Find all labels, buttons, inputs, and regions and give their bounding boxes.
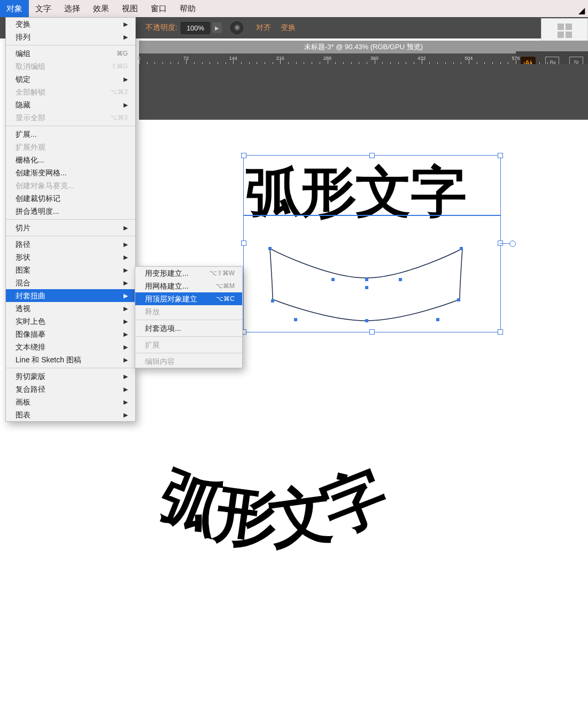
menu-item[interactable]: 栅格化... [6, 153, 135, 166]
submenu-caret-icon: ▶ [123, 19, 128, 29]
artboard-text[interactable]: 弧形文字 [245, 156, 466, 229]
path-anchor[interactable] [365, 278, 368, 281]
path-anchor[interactable] [365, 319, 368, 322]
menu-effect[interactable]: 效果 [87, 0, 115, 17]
menu-item: 取消编组⇧⌘G [6, 60, 135, 73]
ruler-tick-label: 504 [465, 56, 473, 61]
submenu-item[interactable]: 用网格建立...⌥⌘M [135, 280, 242, 292]
grid-icon [558, 24, 572, 38]
result-warped-text: 弧形文字 [128, 465, 417, 593]
horizontal-ruler: 072144216288360432504576 [139, 53, 516, 64]
submenu-caret-icon: ▶ [123, 384, 128, 394]
submenu-caret-icon: ▶ [123, 354, 128, 365]
menu-item[interactable]: 透视▶ [6, 302, 135, 315]
menu-item[interactable]: 图表▶ [6, 408, 135, 421]
menu-item[interactable]: 路径▶ [6, 238, 135, 251]
path-anchor[interactable] [436, 318, 439, 321]
menu-item[interactable]: 创建渐变网格... [6, 166, 135, 179]
opacity-field[interactable]: 100% [181, 22, 210, 34]
menu-item[interactable]: 图像描摹▶ [6, 328, 135, 340]
submenu-caret-icon: ▶ [123, 252, 128, 262]
selection-handle[interactable] [498, 329, 503, 335]
menu-item[interactable]: 剪切蒙版▶ [6, 370, 135, 383]
envelope-distort-submenu: 用变形建立...⌥⇧⌘W用网格建立...⌥⌘M用顶层对象建立⌥⌘C释放封套选项.… [135, 266, 243, 368]
menu-item[interactable]: 图案▶ [6, 264, 135, 276]
menu-item[interactable]: 画板▶ [6, 396, 135, 408]
menu-item[interactable]: 锁定▶ [6, 73, 135, 86]
rotation-line [500, 243, 509, 244]
opacity-dropdown-icon[interactable]: ▶ [212, 22, 222, 33]
submenu-caret-icon: ▶ [123, 239, 128, 250]
submenu-item[interactable]: 封套选项... [135, 322, 242, 335]
menu-item[interactable]: 排列▶ [6, 30, 135, 43]
menu-item[interactable]: 文本绕排▶ [6, 340, 135, 353]
transform-link[interactable]: 变换 [281, 23, 296, 33]
envelope-shape[interactable] [267, 246, 470, 342]
submenu-item[interactable]: 用顶层对象建立⌥⌘C [135, 292, 242, 305]
menu-item[interactable]: 复合路径▶ [6, 383, 135, 396]
submenu-caret-icon: ▶ [123, 371, 128, 382]
menu-item[interactable]: 实时上色▶ [6, 315, 135, 328]
menu-item[interactable]: 变换▶ [6, 18, 135, 30]
submenu-caret-icon: ▶ [123, 342, 128, 352]
menu-item[interactable]: 扩展... [6, 128, 135, 141]
menu-select[interactable]: 选择 [58, 0, 87, 17]
menubar-right-caret-icon: ◢ [578, 5, 585, 16]
svg-text:弧形文字: 弧形文字 [150, 465, 396, 555]
menu-view[interactable]: 视图 [115, 0, 144, 17]
menu-item[interactable]: 创建裁切标记 [6, 192, 135, 205]
ruler-tick-label: 288 [323, 56, 331, 61]
path-anchor[interactable] [271, 299, 274, 303]
menu-object[interactable]: 对象 [0, 0, 29, 17]
workspace-switcher[interactable] [541, 18, 588, 43]
ruler-tick-label: 360 [370, 56, 378, 61]
submenu-caret-icon: ▶ [123, 290, 128, 301]
submenu-caret-icon: ▶ [123, 329, 128, 339]
path-anchor[interactable] [460, 247, 463, 250]
ruler-tick-label: 0 [137, 56, 140, 61]
submenu-caret-icon: ▶ [123, 222, 128, 233]
menu-item[interactable]: 隐藏▶ [6, 98, 135, 111]
path-anchor[interactable] [457, 298, 460, 301]
menu-item[interactable]: 拼合透明度... [6, 205, 135, 218]
path-center-point [365, 286, 368, 289]
submenu-caret-icon: ▶ [123, 265, 128, 275]
path-anchor[interactable] [399, 278, 402, 281]
submenu-item[interactable]: 用变形建立...⌥⇧⌘W [135, 267, 242, 280]
rotation-handle[interactable] [509, 241, 516, 247]
menu-item[interactable]: 编组⌘G [6, 47, 135, 60]
menu-item[interactable]: 切片▶ [6, 221, 135, 234]
ruler-tick-label: 144 [229, 56, 237, 61]
menu-type[interactable]: 文字 [29, 0, 58, 17]
menu-item[interactable]: 混合▶ [6, 276, 135, 289]
text-baseline [243, 215, 501, 216]
ruler-tick-label: 432 [417, 56, 425, 61]
submenu-item: 编辑内容 [135, 355, 242, 368]
menu-item: 全部解锁⌥⌘2 [6, 86, 135, 98]
menu-item[interactable]: 封套扭曲▶ [6, 289, 135, 302]
menubar: 对象 文字 选择 效果 视图 窗口 帮助 [0, 0, 202, 17]
submenu-item: 扩展 [135, 338, 242, 351]
selection-handle[interactable] [241, 241, 246, 246]
menu-item: 显示全部⌥⌘3 [6, 111, 135, 124]
submenu-caret-icon: ▶ [123, 74, 128, 84]
style-globe-icon[interactable]: ◉ [230, 21, 243, 34]
path-anchor[interactable] [268, 247, 272, 250]
submenu-caret-icon: ▶ [123, 32, 128, 42]
align-link[interactable]: 对齐 [256, 23, 271, 33]
object-menu-dropdown: 变换▶排列▶编组⌘G取消编组⇧⌘G锁定▶全部解锁⌥⌘2隐藏▶显示全部⌥⌘3扩展.… [5, 17, 136, 422]
path-anchor[interactable] [331, 278, 335, 281]
ruler-tick-label: 216 [276, 56, 284, 61]
path-anchor[interactable] [294, 318, 297, 321]
opacity-label: 不透明度: [145, 23, 177, 33]
menu-window[interactable]: 窗口 [144, 0, 173, 17]
ruler-tick-label: 576 [512, 56, 520, 61]
menu-item: 创建对象马赛克... [6, 179, 135, 192]
ruler-tick-label: 72 [183, 56, 189, 61]
submenu-caret-icon: ▶ [123, 99, 128, 110]
submenu-item: 释放 [135, 305, 242, 318]
menu-item[interactable]: 形状▶ [6, 251, 135, 264]
menu-item[interactable]: Line 和 Sketch 图稿▶ [6, 353, 135, 366]
menu-help[interactable]: 帮助 [173, 0, 202, 17]
selection-handle[interactable] [498, 153, 503, 158]
